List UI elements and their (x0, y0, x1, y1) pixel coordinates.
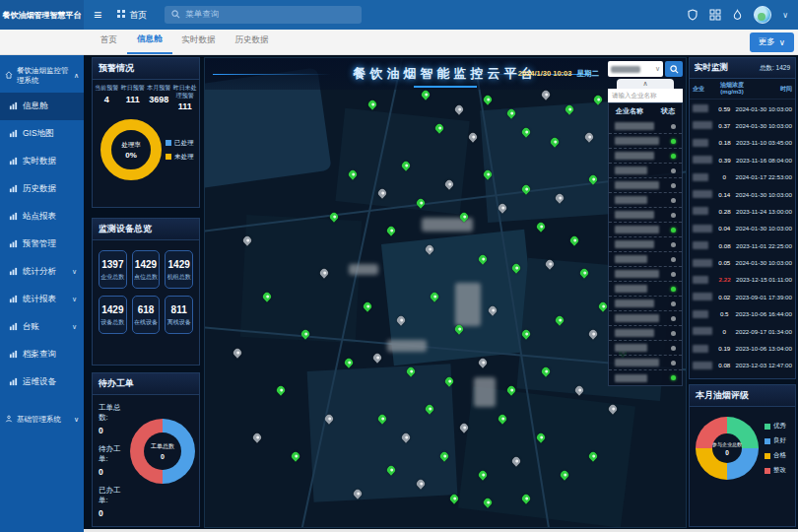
company-search-button[interactable] (665, 61, 683, 77)
map-pin[interactable] (400, 432, 411, 442)
sidebar-item[interactable]: 实时数据 ∨ (0, 148, 84, 175)
shield-icon[interactable] (687, 9, 698, 21)
realtime-row[interactable]: 0.59 2024-01-30 10:03:00 (690, 100, 795, 116)
map-pin[interactable] (497, 202, 507, 213)
map-pin[interactable] (438, 450, 449, 461)
map-pin[interactable] (415, 479, 426, 490)
map-pin[interactable] (251, 432, 262, 442)
user-menu-chevron-icon[interactable]: ∨ (782, 11, 788, 20)
realtime-row[interactable]: 0.37 2024-01-30 10:03:00 (690, 117, 795, 134)
map-pin[interactable] (448, 493, 459, 503)
map-pin[interactable] (545, 258, 556, 269)
realtime-row[interactable]: 0.04 2024-01-30 10:03:00 (690, 220, 795, 236)
company-list-item[interactable] (609, 356, 682, 370)
map-pin[interactable] (425, 244, 435, 255)
sidebar-section-header[interactable]: 餐饮油烟监控管理系统 ∧ (0, 59, 84, 93)
map-pin[interactable] (405, 366, 416, 376)
map-pin[interactable] (453, 324, 464, 335)
map-pin[interactable] (482, 169, 493, 180)
map-pin[interactable] (506, 385, 517, 396)
realtime-row[interactable]: 0.28 2023-11-24 13:00:00 (690, 203, 795, 220)
menu-search-input[interactable]: 菜单查询 (165, 6, 362, 24)
realtime-row[interactable]: 2.22 2023-12-15 01:11:00 (690, 271, 795, 288)
realtime-row[interactable]: 0.05 2024-01-30 10:03:00 (690, 254, 795, 271)
company-list-item[interactable] (609, 149, 682, 164)
map-pin[interactable] (477, 357, 488, 367)
map-pin[interactable] (376, 413, 387, 424)
hamburger-menu-icon[interactable]: ≡ (94, 8, 101, 22)
company-list-item[interactable] (609, 311, 682, 326)
map-pin[interactable] (453, 103, 464, 114)
map-pin[interactable] (477, 469, 488, 480)
sidebar-item[interactable]: 站点报表 ∨ (0, 203, 84, 231)
company-list-item[interactable] (609, 252, 682, 267)
sidebar-item[interactable]: 统计报表 ∨ (0, 286, 84, 313)
page-tab[interactable]: 历史数据 × (226, 28, 279, 54)
map-pin[interactable] (343, 357, 354, 367)
map-pin[interactable] (366, 99, 377, 109)
company-list-item[interactable] (609, 267, 682, 282)
map-pin[interactable] (607, 404, 618, 415)
sidebar-bottom-section[interactable]: 基础管理系统 ∨ (0, 408, 84, 432)
map-pin[interactable] (443, 178, 454, 189)
gis-map[interactable]: 餐饮油烟智能监控云平台 2024/1/30 10:03 星期二 ∨ (204, 57, 687, 528)
map-pin[interactable] (520, 183, 531, 194)
map-pin[interactable] (520, 127, 531, 138)
sidebar-item[interactable]: 历史数据 ∨ (0, 175, 84, 203)
map-pin[interactable] (588, 450, 599, 461)
company-list-item[interactable] (609, 341, 682, 356)
map-pin[interactable] (520, 328, 531, 339)
map-pin[interactable] (371, 352, 382, 363)
sidebar-item[interactable]: 预警管理 ∨ (0, 231, 84, 258)
map-pin[interactable] (434, 122, 445, 133)
realtime-row[interactable]: 0.02 2023-09-01 17:39:00 (690, 289, 795, 305)
map-pin[interactable] (353, 488, 364, 499)
map-pin[interactable] (482, 498, 493, 508)
map-pin[interactable] (328, 211, 339, 222)
company-list-item[interactable] (609, 208, 682, 223)
map-pin[interactable] (396, 314, 407, 325)
map-pin[interactable] (588, 328, 599, 339)
map-pin[interactable] (241, 234, 252, 245)
map-pin[interactable] (290, 450, 300, 461)
page-tab[interactable]: 首页 × (91, 28, 127, 54)
map-pin[interactable] (520, 493, 531, 503)
map-pin[interactable] (564, 103, 574, 114)
map-pin[interactable] (550, 136, 561, 147)
map-pin[interactable] (511, 263, 522, 274)
map-pin[interactable] (276, 385, 287, 396)
company-list-item[interactable] (609, 119, 682, 134)
page-tab[interactable]: 实时数据 × (172, 28, 226, 54)
company-list-item[interactable] (609, 282, 682, 297)
map-pin[interactable] (362, 300, 372, 311)
map-pin[interactable] (511, 455, 522, 466)
more-tabs-button[interactable]: 更多 ∨ (750, 33, 794, 52)
map-pin[interactable] (540, 366, 551, 376)
map-pin[interactable] (487, 305, 498, 316)
region-select[interactable]: ∨ (608, 61, 663, 77)
map-pin[interactable] (376, 188, 387, 199)
map-pin[interactable] (299, 328, 310, 339)
map-pin[interactable] (425, 404, 435, 415)
map-pin[interactable] (458, 211, 469, 222)
map-pin[interactable] (568, 234, 579, 245)
flame-icon[interactable] (732, 9, 743, 21)
map-pin[interactable] (430, 291, 440, 301)
map-pin[interactable] (468, 131, 479, 142)
company-list-item[interactable] (609, 297, 682, 311)
map-pin[interactable] (348, 169, 359, 180)
sidebar-item[interactable]: 信息舱 ∨ (0, 93, 84, 120)
realtime-row[interactable]: 0.08 2023-11-01 22:25:00 (690, 237, 795, 254)
realtime-row[interactable]: 0.39 2023-11-16 08:04:00 (690, 152, 795, 168)
realtime-row[interactable]: 0.5 2023-10-06 16:44:00 (690, 305, 795, 322)
realtime-row[interactable]: 0.08 2023-12-03 12:47:00 (690, 357, 795, 373)
map-pin[interactable] (386, 464, 397, 475)
sidebar-item[interactable]: GIS地图 ∨ (0, 120, 84, 148)
map-pin[interactable] (261, 291, 272, 301)
realtime-row[interactable]: 0.18 2023-11-10 03:45:00 (690, 134, 795, 151)
sidebar-item[interactable]: 档案查询 ∨ (0, 341, 84, 368)
map-pin[interactable] (593, 94, 604, 104)
apps-icon[interactable] (709, 9, 721, 21)
page-tab[interactable]: 信息舱 × (127, 28, 172, 54)
map-pin[interactable] (540, 90, 551, 100)
